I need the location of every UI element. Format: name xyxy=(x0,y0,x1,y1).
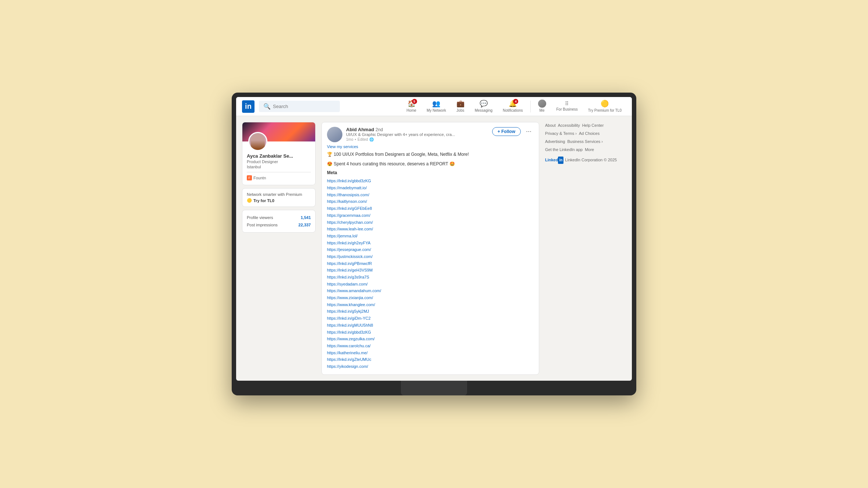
post-link-0[interactable]: https://lnkd.in/gbbd3zKG xyxy=(327,177,534,184)
nav-divider xyxy=(530,101,531,112)
nav-item-jobs[interactable]: 💼 Jobs xyxy=(452,98,469,115)
post-link-2[interactable]: https://thanosipsis.com/ xyxy=(327,191,534,198)
try-premium-label: Try Premium for TL0 xyxy=(588,108,622,112)
link-list: https://lnkd.in/gbbd3zKGhttps://madebyma… xyxy=(327,177,534,370)
avatar-image xyxy=(251,134,265,150)
post-link-1[interactable]: https://madebymatt.io/ xyxy=(327,184,534,191)
stat-row-impressions[interactable]: Post impressions 22,337 xyxy=(247,221,311,229)
profile-location: Istanbul xyxy=(247,165,311,169)
post-edited: Edited xyxy=(357,137,368,141)
footer-link-get-app[interactable]: Get the LinkedIn app xyxy=(545,146,583,154)
post-link-16[interactable]: https://www.amandahum.com/ xyxy=(327,287,534,294)
jobs-icon: 💼 xyxy=(456,100,465,108)
nav-item-me[interactable]: Me xyxy=(534,98,551,115)
post-link-11[interactable]: https://justmckissick.com/ xyxy=(327,253,534,260)
post-author-info: Abid Ahmad 2nd UI/UX & Graphic Designer … xyxy=(346,127,488,141)
home-label: Home xyxy=(406,108,416,112)
stat-value-impressions: 22,337 xyxy=(298,223,311,227)
more-options-button[interactable]: ··· xyxy=(524,127,534,136)
post-link-14[interactable]: https://lnkd.in/g3s9ra7S xyxy=(327,274,534,281)
monitor-stand xyxy=(401,381,467,395)
premium-card: Network smarter with Premium 🟡 Try for T… xyxy=(242,188,316,207)
nav-item-network[interactable]: 👥 My Network xyxy=(422,98,451,115)
post-separator: • xyxy=(355,137,356,141)
post-globe-icon: 🌐 xyxy=(369,137,374,141)
nav-item-messaging[interactable]: 💬 Messaging xyxy=(470,98,497,115)
footer-link-ad-choices[interactable]: Ad Choices xyxy=(579,130,600,137)
home-icon: 🏠 5 xyxy=(408,100,416,108)
post-actions-top: + Follow ··· xyxy=(492,127,534,136)
nav-item-notifications[interactable]: 🔔 4 Notifications xyxy=(498,98,527,115)
post-link-20[interactable]: https://lnkd.in/giDm-YC2 xyxy=(327,315,534,322)
nav-item-home[interactable]: 🏠 5 Home xyxy=(402,98,421,115)
post-link-10[interactable]: https://jesseprague.com/ xyxy=(327,246,534,253)
footer-link-privacy-terms[interactable]: Privacy & Terms › xyxy=(545,130,577,137)
premium-text: Network smarter with Premium xyxy=(247,192,311,197)
notifications-label: Notifications xyxy=(503,108,523,112)
post-link-18[interactable]: https://www.khanglee.com/ xyxy=(327,301,534,308)
me-label: Me xyxy=(540,108,545,112)
post-link-12[interactable]: https://lnkd.in/gPBmwcfR xyxy=(327,260,534,267)
post-link-5[interactable]: https://gracemmaa.com/ xyxy=(327,212,534,219)
profile-name[interactable]: Ayca Zanbaklar Se... xyxy=(247,153,311,159)
post-link-6[interactable]: https://cherylpychan.com/ xyxy=(327,219,534,226)
main-feed: Abid Ahmad 2nd UI/UX & Graphic Designer … xyxy=(321,122,539,374)
footer-link-about[interactable]: About xyxy=(545,122,556,129)
follow-button[interactable]: + Follow xyxy=(492,127,521,136)
post-link-9[interactable]: https://lnkd.in/gh2eyFYA xyxy=(327,240,534,247)
nav-items: 🏠 5 Home 👥 My Network 💼 Jobs 💬 Messaging xyxy=(402,98,626,115)
nav-item-try-premium[interactable]: 🟡 Try Premium for TL0 xyxy=(584,98,626,115)
nav-item-for-business[interactable]: ⠿ For Business xyxy=(552,99,582,114)
post-link-23[interactable]: https://www.zegzulka.com/ xyxy=(327,336,534,342)
company-icon: F xyxy=(247,175,252,180)
footer-link-advertising[interactable]: Advertising xyxy=(545,138,565,146)
messaging-icon: 💬 xyxy=(480,100,488,108)
try-premium-link[interactable]: 🟡 Try for TL0 xyxy=(247,198,311,203)
post-author-avatar[interactable] xyxy=(327,127,342,142)
post-link-8[interactable]: https://jemma.lol/ xyxy=(327,233,534,240)
content-area: Ayca Zanbaklar Se... Product Designer Is… xyxy=(236,116,632,380)
post-link-4[interactable]: https://lnkd.in/gGFEbEe8 xyxy=(327,205,534,212)
post-link-24[interactable]: https://www.carolchu.ca/ xyxy=(327,342,534,349)
post-link-7[interactable]: https://www.leah-lee.com/ xyxy=(327,226,534,233)
footer-link-business-services[interactable]: Business Services › xyxy=(567,138,603,146)
for-business-label: For Business xyxy=(556,107,578,111)
right-sidebar: About Accessibility Help Center Privacy … xyxy=(545,122,626,374)
profile-company[interactable]: F Fountn xyxy=(247,172,311,180)
post-link-21[interactable]: https://lnkd.in/gMUU5hN8 xyxy=(327,322,534,329)
post-meta: 1mo • Edited 🌐 xyxy=(346,137,488,141)
profile-avatar[interactable] xyxy=(248,132,267,151)
post-link-13[interactable]: https://lnkd.in/geH3VS9M xyxy=(327,267,534,274)
post-link-17[interactable]: https://www.zixianjia.com/ xyxy=(327,294,534,301)
post-author-title: UI/UX & Graphic Designer with 4+ years o… xyxy=(346,132,488,137)
linkedin-logo[interactable]: in xyxy=(242,100,255,113)
post-link-3[interactable]: https://kaitlynson.com/ xyxy=(327,198,534,205)
search-bar[interactable]: 🔍 xyxy=(259,101,340,112)
notifications-badge: 4 xyxy=(513,99,518,104)
linkedin-footer: Linkedin LinkedIn Corporation © 2025 xyxy=(545,157,626,164)
view-services-link[interactable]: View my services xyxy=(322,144,539,149)
footer-links: About Accessibility Help Center Privacy … xyxy=(545,122,626,164)
left-sidebar: Ayca Zanbaklar Se... Product Designer Is… xyxy=(242,122,316,374)
footer-link-help-center[interactable]: Help Center xyxy=(582,122,604,129)
premium-icon: 🟡 xyxy=(601,100,609,108)
post-author-degree: 2nd xyxy=(376,127,383,132)
footer-link-more[interactable]: More xyxy=(585,146,594,154)
post-header: Abid Ahmad 2nd UI/UX & Graphic Designer … xyxy=(322,122,539,147)
copyright-text: LinkedIn Corporation © 2025 xyxy=(565,157,617,164)
post-link-25[interactable]: https://katherineliu.me/ xyxy=(327,349,534,356)
premium-star-icon: 🟡 xyxy=(247,198,252,203)
footer-row-1: About Accessibility Help Center xyxy=(545,122,626,129)
notifications-icon: 🔔 4 xyxy=(509,100,517,108)
post-link-19[interactable]: https://lnkd.in/g5ykj2MJ xyxy=(327,308,534,315)
search-input[interactable] xyxy=(273,104,335,109)
home-badge: 5 xyxy=(412,99,417,104)
post-link-27[interactable]: https://yikodesign.com/ xyxy=(327,363,534,370)
post-link-15[interactable]: https://syedadam.com/ xyxy=(327,281,534,288)
footer-link-accessibility[interactable]: Accessibility xyxy=(558,122,580,129)
monitor-screen: in 🔍 🏠 5 Home 👥 My Network xyxy=(236,97,632,380)
stat-row-viewers[interactable]: Profile viewers 1,541 xyxy=(247,214,311,221)
post-author-name[interactable]: Abid Ahmad xyxy=(346,127,374,132)
post-link-22[interactable]: https://lnkd.in/gbbd3zKG xyxy=(327,329,534,336)
post-link-26[interactable]: https://lnkd.in/gZteUMUc xyxy=(327,356,534,363)
